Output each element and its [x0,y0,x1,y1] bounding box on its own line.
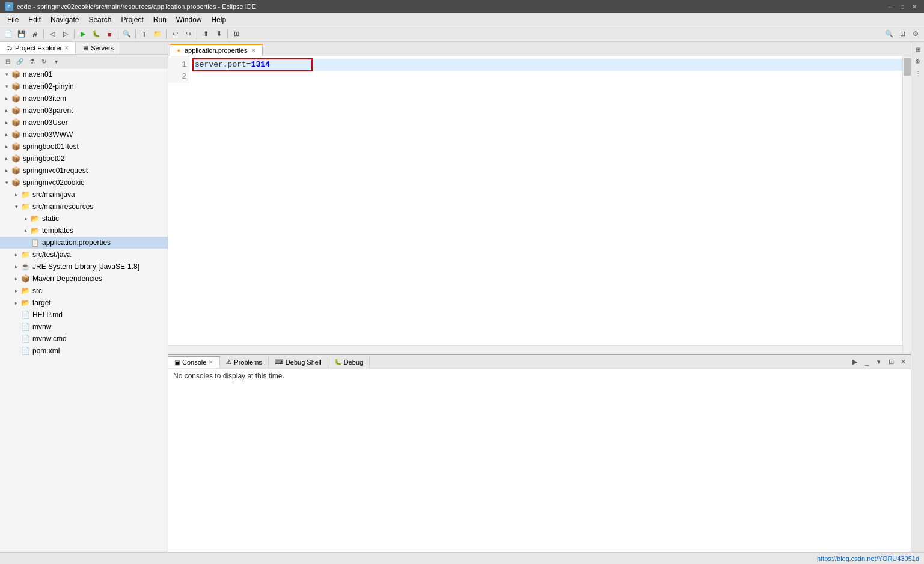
console-tab-problems[interactable]: ⚠ Problems [220,357,268,368]
menu-project[interactable]: Project [116,14,148,25]
toolbar-save[interactable]: 💾 [16,28,28,40]
sidebar-tab-servers[interactable]: 🖥 Servers [76,42,120,54]
tree-item-templates[interactable]: ▸📂templates [0,225,168,237]
toolbar-prev-ann[interactable]: ⬆ [200,28,212,40]
editor-tab-close[interactable]: ✕ [251,47,256,53]
console-tab-debug-shell[interactable]: ⌨ Debug Shell [269,357,328,368]
maximize-button[interactable]: □ [898,2,907,11]
code-area[interactable]: server.port=1314 [190,56,911,85]
tree-item-mvnw[interactable]: 📄mvnw [0,321,168,333]
view-menu-btn[interactable]: ▾ [50,56,61,67]
toolbar-next-ann[interactable]: ⬇ [213,28,225,40]
toolbar-print[interactable]: 🖨 [29,28,41,40]
toolbar-fwd[interactable]: ▷ [60,28,72,40]
menu-search[interactable]: Search [84,14,116,25]
toolbar-open-resource[interactable]: 📁 [151,28,164,40]
console-close-btn[interactable]: ✕ [898,357,908,368]
editor-tab-label: application.properties [185,47,248,54]
tree-arrow: ▸ [12,288,20,294]
tree-item-target[interactable]: ▸📂target [0,297,168,309]
tree-item-label: pom.xml [32,347,60,355]
toolbar-back[interactable]: ◁ [46,28,58,40]
tree-item-maven03user[interactable]: ▸📦maven03User [0,117,168,129]
toolbar-prev-edit[interactable]: ↩ [169,28,181,40]
menu-help[interactable]: Help [207,14,231,25]
tree-item-icon: 📋 [30,238,40,247]
tree-item-springboot02[interactable]: ▸📦springboot02 [0,153,168,165]
console-tab-label-debug-shell: Debug Shell [286,359,322,366]
no-console-message: No consoles to display at this time. [173,372,284,380]
code-key-1: server.port= [195,59,251,71]
right-btn-perspective[interactable]: ⊞ [913,44,923,54]
tree-item-label: springboot02 [23,154,64,163]
tree-item-pom-xml[interactable]: 📄pom.xml [0,345,168,357]
filter-btn[interactable]: ⚗ [26,56,37,67]
tree-item-maven01[interactable]: ▾📦maven01 [0,68,168,80]
tree-item-application-properties[interactable]: 📋application.properties [0,237,168,249]
menu-navigate[interactable]: Navigate [46,14,84,25]
tree-item-src-main-resources[interactable]: ▾📁src/main/resources [0,201,168,213]
tree-item-springmvc02cookie[interactable]: ▾📦springmvc02cookie [0,177,168,189]
tree-item-src-main-java[interactable]: ▸📁src/main/java [0,189,168,201]
code-content-2 [195,71,200,83]
console-tab-console[interactable]: ▣ Console ✕ [168,356,220,368]
tree-item-mvnw-cmd[interactable]: 📄mvnw.cmd [0,333,168,345]
window-controls[interactable]: ─ □ ✕ [886,2,919,11]
editor-vscrollbar[interactable] [902,56,911,354]
editor-hscrollbar[interactable] [168,345,902,354]
tree-item-maven02-pinyin[interactable]: ▾📦maven02-pinyin [0,80,168,92]
menu-window[interactable]: Window [171,14,207,25]
link-editor-btn[interactable]: 🔗 [14,56,25,67]
tree-item-help-md[interactable]: 📄HELP.md [0,309,168,321]
editor-content[interactable]: 1 2 server.port=1314 [168,56,911,354]
toolbar-stop[interactable]: ■ [103,28,115,40]
tree-item-maven-dependencies[interactable]: ▸📦Maven Dependencies [0,273,168,285]
close-button[interactable]: ✕ [910,2,919,11]
right-btn-more[interactable]: ⋮ [913,68,923,78]
tree-item-icon: 📄 [20,310,30,320]
menu-file[interactable]: File [2,14,23,25]
toolbar-next-edit[interactable]: ↪ [182,28,194,40]
tree-item-icon: 📦 [11,70,20,79]
sync-btn[interactable]: ↻ [38,56,49,67]
console-terminate-btn[interactable]: ▶ [849,357,860,368]
menu-edit[interactable]: Edit [23,14,46,25]
tree-item-jre-system-library--javase-1-8-[interactable]: ▸☕JRE System Library [JavaSE-1.8] [0,261,168,273]
tree-item-src-test-java[interactable]: ▸📁src/test/java [0,249,168,261]
toolbar-open-type[interactable]: T [138,28,150,40]
tree-item-springmvc01request[interactable]: ▸📦springmvc01request [0,165,168,177]
console-tab-close-console[interactable]: ✕ [209,359,213,365]
menu-run[interactable]: Run [148,14,171,25]
tree-arrow: ▸ [12,300,20,306]
tree-item-src[interactable]: ▸📂src [0,285,168,297]
collapse-all-btn[interactable]: ⊟ [2,56,13,67]
toolbar-maximize[interactable]: ⊡ [896,28,908,40]
tree-item-label: maven03parent [23,106,73,115]
sidebar-tab-label-servers: Servers [91,44,114,52]
toolbar-search[interactable]: 🔍 [121,28,133,40]
console-view-menu-btn[interactable]: ▾ [874,357,884,368]
tree-item-label: target [32,299,51,307]
tree-item-maven03parent[interactable]: ▸📦maven03parent [0,105,168,117]
console-minimize-btn[interactable]: _ [861,357,872,368]
toolbar-search-right[interactable]: 🔍 [883,28,895,40]
console-maximize-btn[interactable]: ⊡ [886,357,896,368]
toolbar-perspective[interactable]: ⊞ [230,28,242,40]
tree-item-maven03item[interactable]: ▸📦maven03item [0,92,168,105]
tree-item-label: JRE System Library [JavaSE-1.8] [32,262,139,271]
editor-tab-application-properties[interactable]: ✦ application.properties ✕ [170,44,263,56]
minimize-button[interactable]: ─ [886,2,895,11]
tree-item-maven03www[interactable]: ▸📦maven03WWW [0,129,168,141]
tree-item-static[interactable]: ▸📂static [0,213,168,225]
sidebar-tab-project-explorer[interactable]: 🗂 Project Explorer ✕ [0,42,76,54]
tree-item-springboot01-test[interactable]: ▸📦springboot01-test [0,141,168,153]
console-tab-debug[interactable]: 🐛 Debug [328,357,370,368]
sidebar: 🗂 Project Explorer ✕ 🖥 Servers ⊟ 🔗 ⚗ ↻ ▾… [0,42,168,564]
right-btn-settings[interactable]: ⚙ [913,56,923,66]
toolbar-run[interactable]: ▶ [77,28,89,40]
toolbar-debug[interactable]: 🐛 [90,28,102,40]
toolbar-new[interactable]: 📄 [2,28,14,40]
toolbar-settings[interactable]: ⚙ [910,28,922,40]
right-sidebar: ⊞ ⚙ ⋮ [911,42,924,564]
sidebar-tab-close-project-explorer[interactable]: ✕ [64,45,69,51]
